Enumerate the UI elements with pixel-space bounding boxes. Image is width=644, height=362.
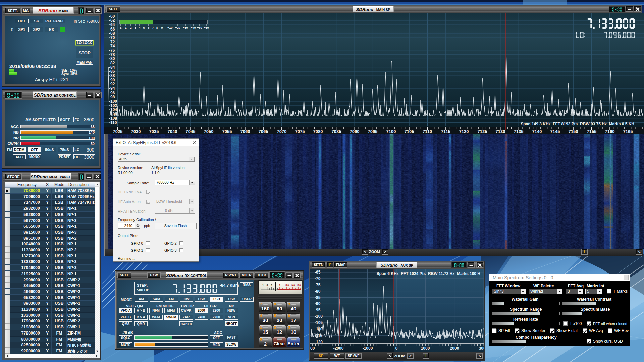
svg-text:-1000: -1000	[363, 346, 373, 351]
svg-text:2: 2	[130, 26, 131, 29]
svg-text:-80: -80	[315, 289, 321, 294]
svg-text:1: 1	[262, 284, 264, 287]
svg-text:-82: -82	[109, 61, 115, 65]
svg-text:-80: -80	[109, 56, 115, 61]
svg-text:-90: -90	[315, 301, 321, 306]
svg-text:-64: -64	[109, 22, 115, 27]
svg-text:7090: 7090	[350, 129, 360, 134]
svg-text:7035: 7035	[149, 129, 159, 134]
svg-text:-3000: -3000	[310, 346, 315, 351]
svg-text:0: 0	[395, 346, 398, 351]
svg-text:7070: 7070	[277, 129, 287, 134]
svg-text:-105: -105	[315, 320, 323, 325]
svg-text:+60: +60	[297, 284, 301, 287]
svg-text:7050: 7050	[204, 129, 214, 134]
svg-text:7115: 7115	[441, 129, 450, 134]
svg-text:7125: 7125	[478, 129, 487, 134]
svg-text:7025: 7025	[113, 129, 123, 134]
svg-text:7045: 7045	[186, 129, 196, 134]
svg-text:-75: -75	[315, 283, 321, 287]
svg-text:-110: -110	[109, 120, 117, 125]
svg-text:8: 8	[156, 26, 158, 29]
svg-text:3: 3	[134, 26, 136, 29]
svg-text:+30: +30	[183, 26, 188, 29]
svg-text:-85: -85	[315, 295, 321, 300]
svg-text:-70: -70	[109, 35, 115, 40]
svg-text:7105: 7105	[405, 129, 414, 134]
svg-text:7055: 7055	[222, 129, 232, 134]
svg-text:7135: 7135	[514, 129, 524, 134]
svg-text:7080: 7080	[313, 129, 323, 134]
svg-text:-108: -108	[109, 116, 117, 121]
svg-text:-88: -88	[109, 73, 115, 78]
svg-text:7100: 7100	[386, 129, 396, 134]
svg-text:7145: 7145	[550, 129, 560, 134]
svg-text:Span 149.3 KHz FFT 8192 Pts: Span 149.3 KHz FFT 8192 Pts RBW 93.75 Hz…	[521, 122, 634, 126]
svg-text:7065: 7065	[259, 129, 268, 134]
svg-text:7150: 7150	[569, 129, 578, 134]
svg-text:7165: 7165	[623, 129, 633, 134]
svg-text:7: 7	[152, 26, 154, 29]
svg-text:7155: 7155	[587, 129, 597, 134]
svg-text:Span 6 KHz FFT 1024 Pts RBW: Span 6 KHz FFT 1024 Pts RBW 11.72 Hz Mar…	[377, 271, 480, 276]
svg-text:+40: +40	[291, 284, 295, 287]
svg-text:7030: 7030	[131, 129, 141, 134]
svg-text:-115: -115	[315, 333, 323, 338]
svg-text:-98: -98	[109, 95, 115, 99]
svg-text:-86: -86	[109, 69, 115, 74]
svg-text:-65: -65	[315, 270, 321, 275]
svg-text:-106: -106	[109, 112, 117, 116]
svg-text:+60: +60	[204, 26, 209, 29]
svg-text:7095: 7095	[368, 129, 378, 134]
svg-text:7075: 7075	[295, 129, 305, 134]
svg-text:+20: +20	[285, 284, 289, 287]
svg-text:-92: -92	[109, 82, 115, 86]
svg-text:3: 3	[266, 284, 268, 287]
svg-text:9: 9	[279, 284, 280, 287]
svg-text:-70: -70	[315, 276, 321, 281]
svg-text:7110: 7110	[423, 129, 432, 134]
svg-text:7160: 7160	[605, 129, 615, 134]
svg-text:+10: +10	[167, 26, 172, 29]
svg-text:7140: 7140	[532, 129, 542, 134]
svg-text:1: 1	[125, 26, 126, 29]
svg-text:-76: -76	[109, 48, 115, 53]
svg-text:4: 4	[139, 26, 140, 29]
svg-text:-95: -95	[315, 308, 321, 312]
svg-text:-110: -110	[315, 327, 323, 331]
svg-text:7120: 7120	[459, 129, 469, 134]
svg-text:5: 5	[271, 284, 272, 287]
svg-text:-100: -100	[315, 314, 323, 319]
svg-text:+40: +40	[191, 26, 196, 29]
svg-text:7130: 7130	[496, 129, 505, 134]
svg-text:+20: +20	[175, 26, 180, 29]
svg-text:2000: 2000	[450, 346, 459, 351]
svg-text:5: 5	[143, 26, 145, 29]
svg-text:-94: -94	[109, 86, 115, 91]
svg-text:6: 6	[148, 26, 149, 29]
svg-text:3000: 3000	[479, 346, 484, 351]
svg-text:S: S	[120, 26, 122, 29]
svg-text:-74: -74	[109, 44, 115, 48]
svg-text:1000: 1000	[421, 346, 430, 351]
svg-text:7085: 7085	[332, 129, 341, 134]
svg-text:-104: -104	[109, 107, 117, 112]
svg-text:-100: -100	[109, 99, 117, 104]
svg-text:9: 9	[161, 26, 163, 29]
svg-text:-62: -62	[109, 18, 115, 23]
svg-text:7060: 7060	[240, 129, 250, 134]
svg-text:-68: -68	[109, 31, 115, 36]
svg-text:-2000: -2000	[333, 346, 344, 351]
svg-text:+50: +50	[197, 26, 202, 29]
svg-text:7040: 7040	[168, 129, 177, 134]
